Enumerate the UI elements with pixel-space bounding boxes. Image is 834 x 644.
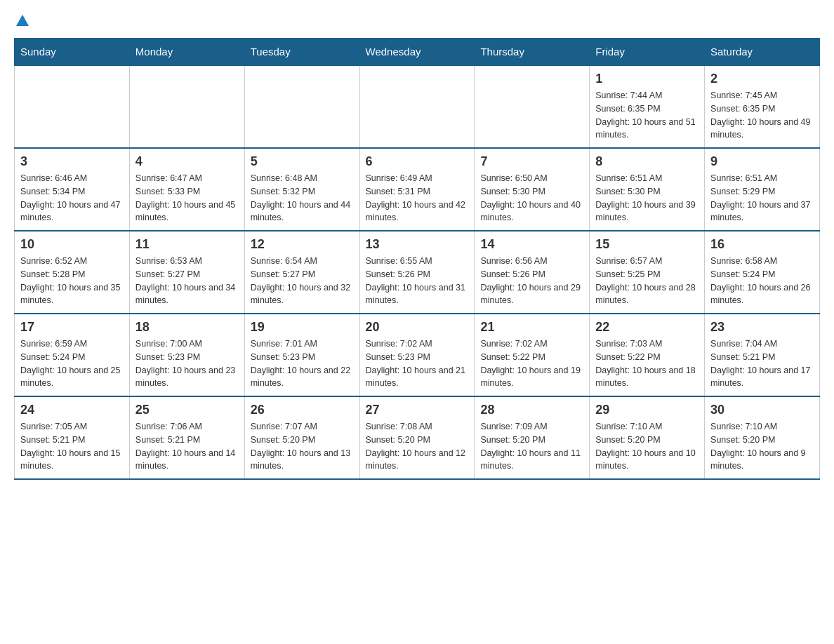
- day-number: 21: [480, 320, 583, 335]
- day-info: Sunrise: 7:03 AMSunset: 5:22 PMDaylight:…: [595, 339, 695, 388]
- day-number: 24: [20, 403, 124, 417]
- calendar-week-5: 24Sunrise: 7:05 AMSunset: 5:21 PMDayligh…: [15, 396, 820, 479]
- day-info: Sunrise: 7:05 AMSunset: 5:21 PMDaylight:…: [20, 422, 120, 471]
- day-number: 4: [135, 154, 239, 169]
- day-number: 11: [135, 237, 239, 252]
- calendar-day: 20Sunrise: 7:02 AMSunset: 5:23 PMDayligh…: [359, 314, 475, 396]
- day-number: 18: [135, 320, 239, 335]
- day-number: 22: [595, 320, 699, 335]
- day-info: Sunrise: 7:02 AMSunset: 5:23 PMDaylight:…: [366, 339, 465, 388]
- day-info: Sunrise: 6:55 AMSunset: 5:26 PMDaylight:…: [366, 256, 465, 305]
- day-number: 9: [710, 154, 814, 169]
- calendar-day: 21Sunrise: 7:02 AMSunset: 5:22 PMDayligh…: [475, 314, 590, 396]
- col-wednesday: Wednesday: [359, 39, 475, 66]
- day-info: Sunrise: 7:01 AMSunset: 5:23 PMDaylight:…: [251, 339, 350, 388]
- calendar-day: 6Sunrise: 6:49 AMSunset: 5:31 PMDaylight…: [359, 148, 475, 231]
- day-info: Sunrise: 6:49 AMSunset: 5:31 PMDaylight:…: [366, 173, 465, 222]
- day-number: 5: [251, 154, 354, 169]
- day-info: Sunrise: 6:57 AMSunset: 5:25 PMDaylight:…: [595, 256, 695, 305]
- calendar-day: [15, 65, 130, 148]
- day-info: Sunrise: 6:51 AMSunset: 5:29 PMDaylight:…: [710, 173, 810, 222]
- day-info: Sunrise: 6:56 AMSunset: 5:26 PMDaylight:…: [480, 256, 580, 305]
- day-info: Sunrise: 6:54 AMSunset: 5:27 PMDaylight:…: [251, 256, 350, 305]
- calendar-day: 28Sunrise: 7:09 AMSunset: 5:20 PMDayligh…: [475, 396, 590, 479]
- day-info: Sunrise: 7:06 AMSunset: 5:21 PMDaylight:…: [135, 422, 235, 471]
- calendar-day: [359, 65, 475, 148]
- day-info: Sunrise: 6:51 AMSunset: 5:30 PMDaylight:…: [595, 173, 695, 222]
- day-number: 23: [710, 320, 814, 335]
- calendar-day: 11Sunrise: 6:53 AMSunset: 5:27 PMDayligh…: [129, 231, 244, 314]
- calendar-day: 3Sunrise: 6:46 AMSunset: 5:34 PMDaylight…: [15, 148, 130, 231]
- day-info: Sunrise: 7:10 AMSunset: 5:20 PMDaylight:…: [710, 422, 806, 471]
- calendar-week-4: 17Sunrise: 6:59 AMSunset: 5:24 PMDayligh…: [15, 314, 820, 396]
- calendar-day: 17Sunrise: 6:59 AMSunset: 5:24 PMDayligh…: [15, 314, 130, 396]
- calendar-day: 23Sunrise: 7:04 AMSunset: 5:21 PMDayligh…: [705, 314, 820, 396]
- calendar-day: 27Sunrise: 7:08 AMSunset: 5:20 PMDayligh…: [359, 396, 475, 479]
- day-info: Sunrise: 6:50 AMSunset: 5:30 PMDaylight:…: [480, 173, 580, 222]
- day-info: Sunrise: 7:45 AMSunset: 6:35 PMDaylight:…: [710, 90, 810, 140]
- calendar-day: 26Sunrise: 7:07 AMSunset: 5:20 PMDayligh…: [244, 396, 359, 479]
- day-info: Sunrise: 7:02 AMSunset: 5:22 PMDaylight:…: [480, 339, 580, 388]
- col-friday: Friday: [590, 39, 705, 66]
- day-info: Sunrise: 6:52 AMSunset: 5:28 PMDaylight:…: [20, 256, 120, 305]
- day-number: 17: [20, 320, 124, 335]
- day-number: 1: [595, 72, 699, 86]
- calendar-day: 8Sunrise: 6:51 AMSunset: 5:30 PMDaylight…: [590, 148, 705, 231]
- day-number: 19: [251, 320, 354, 335]
- logo: [14, 14, 29, 27]
- calendar-day: 4Sunrise: 6:47 AMSunset: 5:33 PMDaylight…: [129, 148, 244, 231]
- calendar-day: [475, 65, 590, 148]
- day-info: Sunrise: 7:10 AMSunset: 5:20 PMDaylight:…: [595, 422, 695, 471]
- calendar-day: [129, 65, 244, 148]
- day-info: Sunrise: 6:46 AMSunset: 5:34 PMDaylight:…: [20, 173, 120, 222]
- day-number: 15: [595, 237, 699, 252]
- calendar-day: 14Sunrise: 6:56 AMSunset: 5:26 PMDayligh…: [475, 231, 590, 314]
- day-info: Sunrise: 7:04 AMSunset: 5:21 PMDaylight:…: [710, 339, 810, 388]
- col-saturday: Saturday: [705, 39, 820, 66]
- calendar-day: 24Sunrise: 7:05 AMSunset: 5:21 PMDayligh…: [15, 396, 130, 479]
- day-number: 12: [251, 237, 354, 252]
- day-number: 30: [710, 403, 814, 417]
- day-info: Sunrise: 6:59 AMSunset: 5:24 PMDaylight:…: [20, 339, 120, 388]
- day-info: Sunrise: 7:08 AMSunset: 5:20 PMDaylight:…: [366, 422, 465, 471]
- logo-triangle-icon: [14, 14, 29, 27]
- day-number: 13: [366, 237, 469, 252]
- calendar-day: 1Sunrise: 7:44 AMSunset: 6:35 PMDaylight…: [590, 65, 705, 148]
- calendar-day: 13Sunrise: 6:55 AMSunset: 5:26 PMDayligh…: [359, 231, 475, 314]
- day-number: 27: [366, 403, 469, 417]
- day-number: 2: [710, 72, 814, 86]
- day-info: Sunrise: 6:53 AMSunset: 5:27 PMDaylight:…: [135, 256, 235, 305]
- col-thursday: Thursday: [475, 39, 590, 66]
- calendar-week-3: 10Sunrise: 6:52 AMSunset: 5:28 PMDayligh…: [15, 231, 820, 314]
- calendar-day: 10Sunrise: 6:52 AMSunset: 5:28 PMDayligh…: [15, 231, 130, 314]
- svg-marker-0: [16, 15, 29, 26]
- day-info: Sunrise: 7:44 AMSunset: 6:35 PMDaylight:…: [595, 90, 695, 140]
- day-number: 29: [595, 403, 699, 417]
- day-info: Sunrise: 6:48 AMSunset: 5:32 PMDaylight:…: [251, 173, 350, 222]
- day-number: 8: [595, 154, 699, 169]
- day-info: Sunrise: 6:58 AMSunset: 5:24 PMDaylight:…: [710, 256, 810, 305]
- calendar-day: 25Sunrise: 7:06 AMSunset: 5:21 PMDayligh…: [129, 396, 244, 479]
- calendar-day: 12Sunrise: 6:54 AMSunset: 5:27 PMDayligh…: [244, 231, 359, 314]
- calendar-week-2: 3Sunrise: 6:46 AMSunset: 5:34 PMDaylight…: [15, 148, 820, 231]
- calendar-table: Sunday Monday Tuesday Wednesday Thursday…: [14, 38, 820, 480]
- day-number: 26: [251, 403, 354, 417]
- day-number: 25: [135, 403, 239, 417]
- day-number: 16: [710, 237, 814, 252]
- calendar-day: 30Sunrise: 7:10 AMSunset: 5:20 PMDayligh…: [705, 396, 820, 479]
- day-number: 7: [480, 154, 583, 169]
- col-monday: Monday: [129, 39, 244, 66]
- calendar-day: [244, 65, 359, 148]
- calendar-week-1: 1Sunrise: 7:44 AMSunset: 6:35 PMDaylight…: [15, 65, 820, 148]
- day-number: 20: [366, 320, 469, 335]
- day-info: Sunrise: 6:47 AMSunset: 5:33 PMDaylight:…: [135, 173, 235, 222]
- day-info: Sunrise: 7:07 AMSunset: 5:20 PMDaylight:…: [251, 422, 350, 471]
- col-sunday: Sunday: [15, 39, 130, 66]
- day-number: 10: [20, 237, 124, 252]
- calendar-day: 29Sunrise: 7:10 AMSunset: 5:20 PMDayligh…: [590, 396, 705, 479]
- day-number: 28: [480, 403, 583, 417]
- calendar-day: 7Sunrise: 6:50 AMSunset: 5:30 PMDaylight…: [475, 148, 590, 231]
- day-number: 6: [366, 154, 469, 169]
- calendar-day: 22Sunrise: 7:03 AMSunset: 5:22 PMDayligh…: [590, 314, 705, 396]
- col-tuesday: Tuesday: [244, 39, 359, 66]
